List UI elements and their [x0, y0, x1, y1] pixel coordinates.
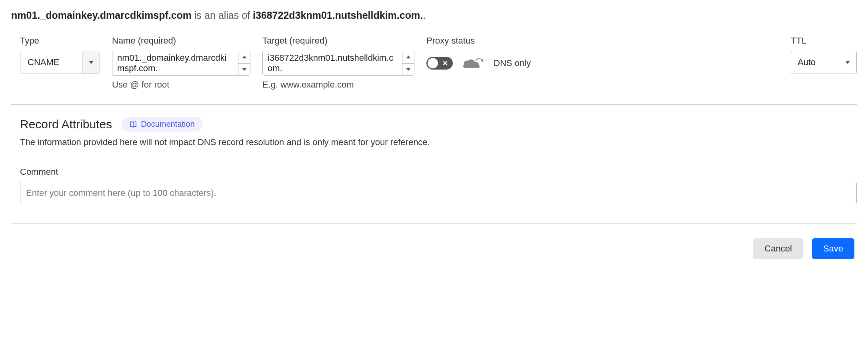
name-label: Name (required) [112, 36, 250, 46]
x-icon: ✕ [442, 59, 448, 68]
divider [11, 223, 857, 224]
record-summary: nm01._domainkey.dmarcdkimspf.com is an a… [11, 10, 857, 21]
target-field: Target (required) i368722d3knm01.nutshel… [262, 36, 414, 90]
spinner-down-icon[interactable] [238, 63, 250, 76]
save-button[interactable]: Save [812, 238, 854, 259]
book-icon [130, 121, 137, 128]
fields-row: Type CNAME Name (required) nm01._domaink… [11, 36, 857, 90]
proxy-toggle[interactable]: ✕ [426, 57, 453, 70]
cancel-button[interactable]: Cancel [753, 238, 803, 259]
target-label: Target (required) [262, 36, 414, 46]
proxy-status-text: DNS only [494, 58, 531, 68]
toggle-knob [428, 58, 438, 68]
name-help: Use @ for root [112, 80, 250, 90]
spinner-up-icon[interactable] [238, 51, 250, 63]
type-field: Type CNAME [20, 36, 100, 74]
proxy-label: Proxy status [426, 36, 779, 46]
summary-trailing: . [423, 10, 426, 21]
name-input-value: nm01._domainkey.dmarcdkimspf.com. [112, 51, 238, 75]
attributes-header: Record Attributes Documentation [11, 117, 857, 132]
type-label: Type [20, 36, 100, 46]
spinner-up-icon[interactable] [402, 51, 414, 63]
target-input-value: i368722d3knm01.nutshelldkim.com. [263, 51, 402, 75]
ttl-label: TTL [791, 36, 857, 46]
name-field: Name (required) nm01._domainkey.dmarcdki… [112, 36, 250, 90]
documentation-link[interactable]: Documentation [122, 117, 203, 132]
documentation-label: Documentation [141, 120, 195, 129]
target-spinner [402, 51, 414, 75]
comment-label: Comment [11, 167, 857, 177]
type-select[interactable]: CNAME [20, 51, 100, 74]
summary-target: i368722d3knm01.nutshelldkim.com. [253, 10, 423, 21]
proxy-field: Proxy status ✕ DNS only [426, 36, 779, 76]
ttl-select[interactable]: Auto [791, 51, 857, 74]
action-buttons: Cancel Save [11, 238, 857, 259]
chevron-down-icon [845, 61, 850, 64]
attributes-description: The information provided here will not i… [11, 137, 857, 148]
type-value: CNAME [20, 51, 82, 74]
name-spinner [238, 51, 250, 75]
target-help: E.g. www.example.com [262, 80, 414, 90]
name-input[interactable]: nm01._domainkey.dmarcdkimspf.com. [112, 51, 250, 76]
cloud-arrow-icon [462, 56, 485, 70]
divider [11, 104, 857, 105]
attributes-title: Record Attributes [20, 118, 112, 131]
ttl-field: TTL Auto [791, 36, 857, 74]
target-input[interactable]: i368722d3knm01.nutshelldkim.com. [262, 51, 414, 76]
chevron-down-icon [82, 51, 100, 74]
summary-middle: is an alias of [192, 10, 253, 21]
ttl-value: Auto [798, 57, 816, 68]
comment-input[interactable] [20, 182, 857, 204]
summary-host: nm01._domainkey.dmarcdkimspf.com [11, 10, 192, 21]
spinner-down-icon[interactable] [402, 63, 414, 76]
